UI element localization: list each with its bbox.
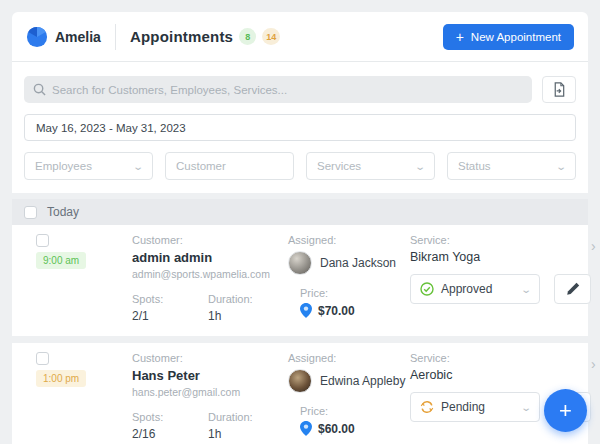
row-checkbox[interactable] — [36, 352, 49, 365]
appointment-row[interactable]: 9:00 am Customer: admin admin admin@spor… — [12, 225, 588, 336]
header: Amelia Appointments 8 14 + New Appointme… — [12, 12, 588, 62]
duration-value: 1h — [208, 309, 253, 323]
header-divider — [115, 24, 116, 50]
group-header-today: Today — [12, 199, 588, 225]
plus-icon: + — [456, 30, 464, 44]
row-checkbox[interactable] — [36, 234, 49, 247]
spots-value: 2/1 — [132, 309, 208, 323]
status-select[interactable]: Approved ⌄ — [410, 274, 540, 304]
plus-icon: + — [559, 400, 572, 422]
price-value: $70.00 — [318, 304, 355, 318]
chevron-down-icon: ⌄ — [520, 402, 532, 413]
avatar — [288, 251, 312, 275]
location-pin-icon — [300, 421, 312, 436]
assigned-name: Dana Jackson — [320, 256, 396, 270]
edit-appointment-button[interactable] — [554, 274, 591, 304]
chevron-down-icon: ⌄ — [520, 284, 532, 295]
service-name: Aerobic — [410, 368, 591, 382]
chevron-right-icon[interactable]: › — [591, 238, 600, 254]
search-input[interactable] — [52, 84, 523, 96]
chevron-right-icon[interactable]: › — [591, 356, 600, 372]
duration-value: 1h — [208, 427, 253, 441]
employees-filter[interactable]: Employees ⌄ — [24, 152, 153, 180]
filter-panel: May 16, 2023 - May 31, 2023 Employees ⌄ … — [12, 62, 588, 193]
customer-filter-label: Customer — [176, 160, 283, 172]
assigned-label: Assigned: — [288, 234, 410, 246]
row-left-cell: 9:00 am — [36, 234, 132, 323]
status-filter[interactable]: Status ⌄ — [447, 152, 576, 180]
pencil-icon — [566, 282, 580, 296]
duration-label: Duration: — [208, 293, 253, 305]
service-label: Service: — [410, 352, 591, 364]
pending-refresh-icon — [420, 400, 434, 414]
customer-label: Customer: — [132, 234, 288, 246]
date-range-value: May 16, 2023 - May 31, 2023 — [36, 122, 186, 134]
time-badge: 9:00 am — [36, 252, 86, 269]
amelia-logo-icon — [26, 26, 48, 48]
search-box[interactable] — [24, 76, 532, 103]
avatar — [288, 369, 312, 393]
export-button[interactable] — [542, 76, 576, 103]
export-document-icon — [552, 82, 566, 97]
spots-value: 2/16 — [132, 427, 208, 441]
spots-label: Spots: — [132, 293, 208, 305]
duration-label: Duration: — [208, 411, 253, 423]
chevron-down-icon: ⌄ — [132, 161, 144, 172]
page: Amelia Appointments 8 14 + New Appointme… — [0, 0, 600, 193]
page-title: Appointments — [130, 28, 233, 45]
floating-add-button[interactable]: + — [544, 389, 587, 432]
customer-label: Customer: — [132, 352, 288, 364]
assigned-label: Assigned: — [288, 352, 410, 364]
new-appointment-button[interactable]: + New Appointment — [443, 24, 574, 50]
select-all-today-checkbox[interactable] — [24, 206, 37, 219]
pending-count-badge: 14 — [262, 28, 280, 45]
services-filter[interactable]: Services ⌄ — [306, 152, 435, 180]
services-filter-label: Services — [317, 160, 416, 172]
date-range-input[interactable]: May 16, 2023 - May 31, 2023 — [24, 114, 576, 141]
customer-name: admin admin — [132, 250, 288, 265]
price-label: Price: — [300, 405, 410, 417]
time-badge: 1:00 pm — [36, 370, 86, 387]
employees-filter-label: Employees — [35, 160, 134, 172]
appointment-row[interactable]: 1:00 pm Customer: Hans Peter hans.peter@… — [12, 343, 588, 444]
customer-email: hans.peter@gmail.com — [132, 386, 288, 398]
status-filter-label: Status — [458, 160, 557, 172]
location-pin-icon — [300, 303, 312, 318]
customer-filter[interactable]: Customer — [165, 152, 294, 180]
assigned-name: Edwina Appleby — [320, 374, 405, 388]
customer-name: Hans Peter — [132, 368, 288, 383]
chevron-down-icon: ⌄ — [414, 161, 426, 172]
price-value: $60.00 — [318, 422, 355, 436]
new-appointment-label: New Appointment — [471, 31, 561, 43]
appointments-list: 9:00 am Customer: admin admin admin@spor… — [12, 225, 588, 444]
status-value: Approved — [441, 282, 515, 296]
spots-label: Spots: — [132, 411, 208, 423]
approved-count-badge: 8 — [239, 28, 256, 45]
brand-name: Amelia — [55, 29, 101, 45]
group-label: Today — [47, 205, 79, 219]
search-icon — [33, 83, 46, 96]
price-label: Price: — [300, 287, 410, 299]
customer-email: admin@sports.wpamelia.com — [132, 268, 288, 280]
brand: Amelia — [26, 26, 101, 48]
status-select[interactable]: Pending ⌄ — [410, 392, 540, 422]
row-left-cell: 1:00 pm — [36, 352, 132, 441]
service-name: Bikram Yoga — [410, 250, 591, 264]
chevron-down-icon: ⌄ — [555, 161, 567, 172]
status-value: Pending — [441, 400, 515, 414]
service-label: Service: — [410, 234, 591, 246]
approved-check-icon — [420, 282, 434, 296]
